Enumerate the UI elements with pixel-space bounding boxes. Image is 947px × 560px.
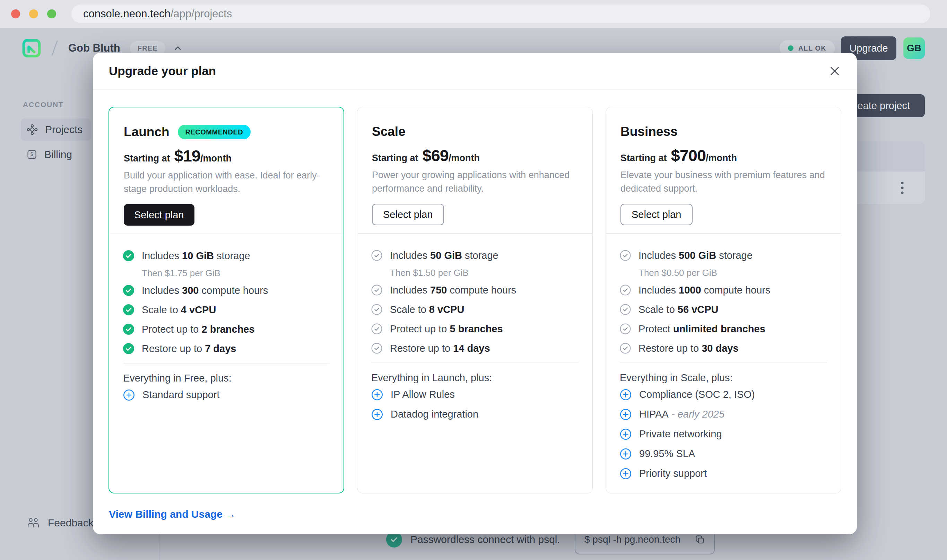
sidebar: ACCOUNT Projects $ Billing xyxy=(0,100,95,166)
extra-row: Standard support xyxy=(123,385,330,405)
extra-row: Private networking xyxy=(620,424,827,444)
extras-title: Everything in Scale, plus: xyxy=(620,371,827,385)
feature-text: Protect up to 5 branches xyxy=(390,323,503,335)
feature-row: Includes 500 GiB storage xyxy=(620,246,827,265)
plan-extras: Everything in Free, plus:Standard suppor… xyxy=(123,363,330,405)
check-circle-outline-icon xyxy=(620,250,631,261)
extra-row: 99.95% SLA xyxy=(620,444,827,464)
feature-text: Includes 750 compute hours xyxy=(390,285,516,296)
close-modal-button[interactable] xyxy=(828,65,841,77)
plus-circle-icon xyxy=(620,389,631,401)
plus-circle-icon xyxy=(620,448,631,460)
close-window-button[interactable] xyxy=(11,9,20,18)
check-circle-filled-icon xyxy=(123,285,134,296)
plus-circle-icon xyxy=(371,389,383,401)
billing-icon: $ xyxy=(26,149,37,160)
feature-text: Restore up to 7 days xyxy=(142,343,236,354)
plan-name: Scale xyxy=(372,125,405,139)
check-circle-outline-icon xyxy=(371,304,382,315)
feature-text: Scale to 8 vCPU xyxy=(390,304,464,315)
plan-description: Power your growing applications with enh… xyxy=(372,168,578,195)
modal-header: Upgrade your plan xyxy=(93,53,857,90)
minimize-window-button[interactable] xyxy=(29,9,38,18)
psql-command: $ psql -h pg.neon.tech xyxy=(584,534,688,545)
plan-card-header: ScaleStarting at$69/monthPower your grow… xyxy=(357,107,593,234)
plans-row: LaunchRECOMMENDEDStarting at$19/monthBui… xyxy=(93,90,857,494)
extra-row: Datadog integration xyxy=(371,405,579,424)
extra-text: 99.95% SLA xyxy=(639,448,695,460)
neon-logo-icon[interactable] xyxy=(22,39,41,57)
url-host: console.neon.tech xyxy=(83,8,171,20)
plan-extras: Everything in Launch, plus:IP Allow Rule… xyxy=(371,363,579,424)
copy-icon[interactable] xyxy=(694,534,705,545)
sidebar-item-projects[interactable]: Projects xyxy=(21,118,91,141)
select-plan-button-scale[interactable]: Select plan xyxy=(372,204,444,225)
feedback-button[interactable]: Feedback xyxy=(27,517,94,529)
plan-title-row: Scale xyxy=(372,125,578,139)
extra-text: Datadog integration xyxy=(391,409,478,420)
extra-text: IP Allow Rules xyxy=(391,389,455,400)
chevron-up-icon[interactable] xyxy=(173,43,183,53)
address-bar[interactable]: console.neon.tech/app/projects xyxy=(71,5,930,23)
plan-price: Starting at$69/month xyxy=(372,146,578,165)
feature-row: Includes 10 GiB storage xyxy=(123,246,330,265)
avatar[interactable]: GB xyxy=(903,37,925,59)
svg-text:$: $ xyxy=(31,151,33,157)
price-amount: $700 xyxy=(671,146,706,165)
extras-title: Everything in Free, plus: xyxy=(123,371,330,385)
browser-chrome: console.neon.tech/app/projects xyxy=(0,0,947,28)
select-plan-button-business[interactable]: Select plan xyxy=(621,204,693,225)
check-circle-outline-icon xyxy=(620,323,631,334)
recommended-badge: RECOMMENDED xyxy=(178,125,251,139)
plan-description: Elevate your business with premium featu… xyxy=(621,168,826,195)
plan-features: Includes 500 GiB storageThen $0.50 per G… xyxy=(606,234,841,363)
modal-title: Upgrade your plan xyxy=(109,64,216,78)
feedback-label: Feedback xyxy=(48,517,94,529)
feature-row: Protect up to 2 branches xyxy=(123,320,330,339)
plan-price: Starting at$700/month xyxy=(621,146,826,165)
check-circle-filled-icon xyxy=(123,250,134,261)
extra-text: Standard support xyxy=(142,389,219,401)
plus-circle-icon xyxy=(371,409,383,420)
plan-card-header: BusinessStarting at$700/monthElevate you… xyxy=(606,107,841,234)
plus-circle-icon xyxy=(620,409,631,420)
check-circle-outline-icon xyxy=(371,323,382,334)
extra-text: Compliance (SOC 2, ISO) xyxy=(639,389,755,400)
breadcrumb-divider xyxy=(51,40,58,56)
feature-row: Scale to 8 vCPU xyxy=(371,300,579,319)
feature-row: Includes 50 GiB storage xyxy=(371,246,579,265)
kebab-menu-icon[interactable] xyxy=(898,180,907,196)
price-prefix: Starting at xyxy=(124,153,170,164)
feature-row: Restore up to 14 days xyxy=(371,338,579,358)
feature-subtext: Then $1.50 per GiB xyxy=(371,265,579,280)
select-plan-button-launch[interactable]: Select plan xyxy=(124,204,194,226)
plus-circle-icon xyxy=(620,428,631,440)
feature-subtext: Then $0.50 per GiB xyxy=(620,265,827,280)
status-label: ALL OK xyxy=(798,45,826,52)
extra-row: Compliance (SOC 2, ISO) xyxy=(620,385,827,405)
projects-icon xyxy=(26,124,38,135)
feature-row: Includes 300 compute hours xyxy=(123,281,330,300)
maximize-window-button[interactable] xyxy=(47,9,56,18)
plan-features: Includes 50 GiB storageThen $1.50 per Gi… xyxy=(357,234,593,363)
price-suffix: /month xyxy=(448,153,480,163)
price-suffix: /month xyxy=(200,153,231,164)
extra-text: Private networking xyxy=(639,428,722,440)
view-billing-link[interactable]: View Billing and Usage → xyxy=(109,508,236,520)
plan-price: Starting at$19/month xyxy=(124,146,329,165)
plan-card-launch: LaunchRECOMMENDEDStarting at$19/monthBui… xyxy=(108,107,344,494)
price-prefix: Starting at xyxy=(621,153,667,163)
feature-text: Includes 300 compute hours xyxy=(142,285,268,296)
feature-text: Protect up to 2 branches xyxy=(142,324,255,335)
plus-circle-icon xyxy=(620,468,631,480)
sidebar-item-label: Billing xyxy=(45,149,72,160)
extra-row: IP Allow Rules xyxy=(371,385,579,405)
feature-text: Scale to 56 vCPU xyxy=(639,304,719,315)
sidebar-item-billing[interactable]: $ Billing xyxy=(21,143,91,166)
plan-card-scale: ScaleStarting at$69/monthPower your grow… xyxy=(357,107,593,494)
plan-title-row: Business xyxy=(621,125,826,139)
check-circle-filled-icon xyxy=(123,304,134,315)
plan-title-row: LaunchRECOMMENDED xyxy=(124,125,329,139)
price-amount: $19 xyxy=(174,146,200,165)
url-path: /app/projects xyxy=(171,8,232,20)
